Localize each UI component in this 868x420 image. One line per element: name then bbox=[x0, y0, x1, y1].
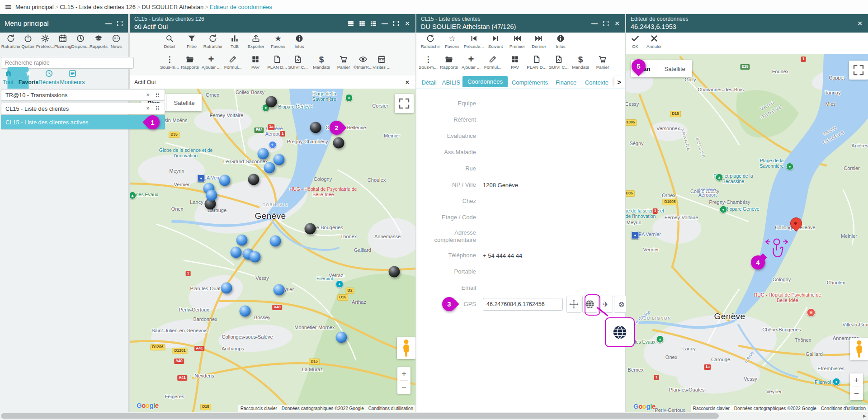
beach-poi-icon[interactable]: ● bbox=[786, 163, 794, 170]
tab-compléments[interactable]: Compléments bbox=[512, 79, 548, 86]
fiche-titlebar[interactable]: CL15 - Liste des clientes DU SOULIER Ath… bbox=[416, 14, 625, 33]
client-marker-black[interactable] bbox=[333, 137, 344, 149]
filter-bar[interactable]: Actif Oui × bbox=[130, 76, 415, 89]
tree-poi-icon[interactable]: ▲ bbox=[716, 174, 723, 181]
client-marker-blue[interactable] bbox=[206, 190, 217, 201]
client-marker-blue[interactable] bbox=[221, 283, 232, 294]
toolbar-button-info[interactable]: Infos bbox=[547, 34, 574, 49]
tree-poi-icon[interactable]: ▲ bbox=[656, 335, 664, 343]
client-marker-blue[interactable] bbox=[250, 251, 261, 263]
gps-center-button[interactable] bbox=[566, 296, 581, 313]
remove-item-icon[interactable]: × bbox=[145, 105, 151, 112]
client-marker-black[interactable] bbox=[310, 122, 321, 133]
spot-poi-icon[interactable]: ● bbox=[336, 280, 344, 288]
toolbar-button-calendar[interactable]: Visites ... bbox=[368, 55, 395, 70]
client-marker-blue[interactable] bbox=[231, 247, 242, 258]
pegman-control[interactable] bbox=[397, 337, 415, 359]
toolbar-button-xmark[interactable]: Annuler bbox=[641, 34, 667, 49]
favorite-list-item[interactable]: TR@10 - Transmissions×⠿ bbox=[1, 89, 165, 101]
close-icon[interactable]: × bbox=[404, 20, 411, 27]
layout-rows-icon[interactable] bbox=[347, 20, 354, 27]
filter-clear-icon[interactable]: × bbox=[406, 79, 411, 86]
breadcrumb-item[interactable]: CL15 - Liste des clientes 126 bbox=[60, 4, 136, 10]
plane-poi-icon[interactable]: ✈ bbox=[269, 141, 277, 149]
client-marker-black[interactable] bbox=[305, 223, 316, 235]
fullscreen-icon[interactable] bbox=[392, 20, 400, 27]
tab-récents[interactable]: Récents bbox=[35, 69, 62, 85]
layout-list-icon[interactable] bbox=[370, 20, 377, 27]
client-marker-blue[interactable] bbox=[274, 284, 285, 296]
client-marker-blue[interactable] bbox=[258, 148, 269, 160]
close-icon[interactable]: × bbox=[856, 20, 863, 27]
editeur-titlebar[interactable]: Editeur de coordonnées 46.2443,6.1953 × bbox=[626, 14, 868, 33]
drag-handle-icon[interactable]: ⠿ bbox=[154, 106, 160, 112]
fullscreen-icon[interactable] bbox=[602, 20, 609, 27]
fullscreen-icon[interactable] bbox=[116, 20, 123, 27]
client-marker-blue[interactable] bbox=[236, 235, 248, 246]
close-icon[interactable]: × bbox=[613, 20, 621, 27]
ikea-poi-icon[interactable]: ● bbox=[632, 231, 639, 239]
tab-coordonnées[interactable]: Coordonnées bbox=[462, 76, 508, 87]
minimize-icon[interactable]: — bbox=[381, 20, 388, 27]
breadcrumb-item[interactable]: DU SOULIER Athelstan bbox=[142, 4, 204, 10]
zoom-in-button[interactable]: + bbox=[850, 373, 863, 387]
paw-poi-icon[interactable]: ● bbox=[720, 206, 727, 213]
scrollbar-right-arrow[interactable]: ▶ bbox=[863, 414, 866, 418]
map-type-satellite-button[interactable]: Satellite bbox=[166, 94, 201, 111]
client-marker-black[interactable] bbox=[266, 96, 277, 108]
horizontal-scrollbar[interactable]: ▶ bbox=[0, 412, 868, 420]
map-type-satellite-button[interactable]: Satellite bbox=[657, 60, 692, 77]
toolbar-button-mls[interactable]: MLSNews bbox=[103, 34, 129, 49]
toolbar-button-info[interactable]: Infos bbox=[286, 34, 312, 49]
menu-principal-titlebar[interactable]: Menu principal — bbox=[0, 14, 128, 33]
minimize-icon[interactable]: — bbox=[591, 20, 598, 27]
client-marker-black[interactable] bbox=[389, 266, 400, 278]
favorite-list-item[interactable]: CL15 - Liste des clientes×⠿ bbox=[1, 103, 165, 114]
attribution-text[interactable]: Raccourcis clavier bbox=[238, 405, 279, 412]
clients-map[interactable]: OrnexCollex-BossyFerney-VoltaireCorsierM… bbox=[130, 89, 415, 412]
fullscreen-button[interactable] bbox=[849, 61, 868, 80]
client-marker-blue[interactable] bbox=[270, 236, 281, 247]
client-marker-blue[interactable] bbox=[264, 162, 275, 174]
tab-abilis[interactable]: ABILIS bbox=[442, 79, 460, 86]
scrollbar-thumb[interactable] bbox=[1, 413, 719, 419]
toolbar-button-cart[interactable]: Panier bbox=[590, 55, 616, 70]
attribution-text[interactable]: Raccourcis clavier bbox=[691, 405, 732, 412]
client-marker-blue[interactable] bbox=[336, 332, 347, 343]
zoom-out-button[interactable]: − bbox=[850, 387, 863, 400]
hosp-poi-icon[interactable]: H bbox=[807, 308, 816, 317]
breadcrumb-item[interactable]: Editeur de coordonnées bbox=[210, 4, 272, 10]
tab-moniteurs[interactable]: Moniteurs bbox=[59, 69, 86, 85]
tabs-overflow-button[interactable]: > bbox=[614, 76, 624, 88]
fullscreen-button[interactable] bbox=[395, 94, 414, 113]
remove-item-icon[interactable]: × bbox=[145, 92, 151, 98]
client-marker-black[interactable] bbox=[248, 174, 259, 185]
gps-globe-button[interactable] bbox=[582, 296, 597, 313]
spot-poi-icon[interactable]: ● bbox=[833, 378, 840, 386]
attribution-text[interactable]: Données cartographiques ©2022 Google bbox=[279, 405, 366, 412]
coordinate-editor-map[interactable]: FounexCoppetTannayMiesChavannes-des-Bois… bbox=[626, 54, 868, 412]
client-marker-blue[interactable] bbox=[274, 154, 285, 165]
drag-handle-icon[interactable]: ⠿ bbox=[154, 92, 160, 98]
client-marker-blue[interactable] bbox=[219, 175, 231, 186]
tab-finance[interactable]: Finance bbox=[556, 79, 576, 86]
attribution-text[interactable]: Conditions d'utilisation bbox=[819, 405, 868, 412]
tab-contexte[interactable]: Contexte bbox=[585, 79, 609, 86]
attribution-text[interactable]: Données cartographiques ©2022 Google bbox=[732, 405, 819, 412]
beach-poi-icon[interactable]: ● bbox=[345, 94, 353, 102]
hamburger-menu-icon[interactable] bbox=[5, 3, 12, 11]
pegman-control[interactable] bbox=[850, 338, 868, 360]
ikea-poi-icon[interactable]: ● bbox=[198, 175, 205, 182]
toolbar-button-doc-pulse[interactable]: SUIVI C... bbox=[285, 55, 311, 70]
favorite-list-item[interactable]: CL15 - Liste des clientes actives× bbox=[1, 115, 165, 129]
zoom-in-button[interactable]: + bbox=[397, 367, 410, 380]
gps-input[interactable] bbox=[483, 298, 563, 311]
client-marker-blue[interactable] bbox=[240, 306, 251, 317]
liste-titlebar[interactable]: CL15 - Liste des clientes 126 où Actif O… bbox=[130, 14, 415, 33]
attribution-text[interactable]: Conditions d'utilisation bbox=[366, 405, 415, 412]
breadcrumb-item[interactable]: Menu principal bbox=[15, 4, 54, 10]
minimize-icon[interactable]: — bbox=[105, 20, 112, 27]
zoom-out-button[interactable]: − bbox=[397, 381, 410, 394]
layout-grid-icon[interactable] bbox=[359, 20, 366, 27]
tab-détail[interactable]: Détail bbox=[421, 79, 436, 86]
